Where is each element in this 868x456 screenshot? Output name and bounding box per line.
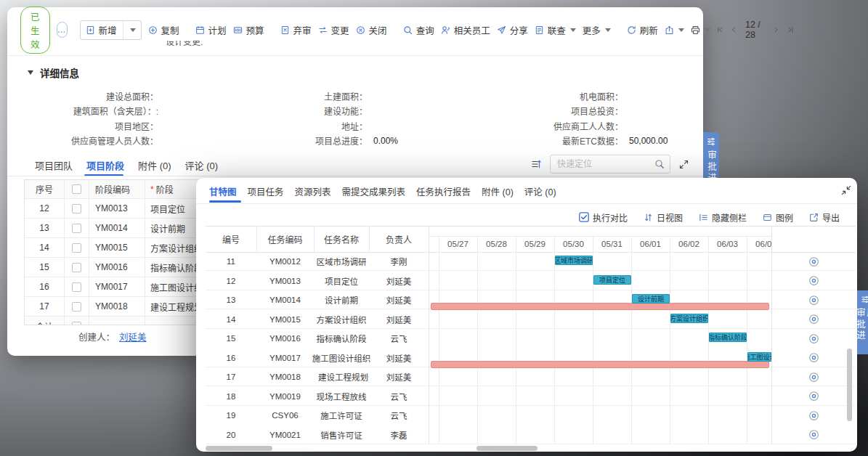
budget-button[interactable]: 预算 (233, 23, 264, 37)
compare-toggle[interactable]: 执行对比 (579, 211, 628, 224)
tab-comments[interactable]: 评论 (0) (185, 158, 219, 172)
joint-query-button[interactable]: 联查 (535, 23, 576, 37)
gantt-task-bar[interactable]: 设计前期 (632, 294, 670, 304)
copy-button[interactable]: 复制 (148, 23, 179, 37)
gantt-actual-bar[interactable] (431, 303, 769, 310)
gantt-date-label: 05/28 (477, 236, 516, 252)
gantt-task-bar[interactable]: 项目定位 (593, 275, 631, 285)
refresh-button[interactable]: 刷新 (627, 23, 658, 37)
chevron-down-icon[interactable] (130, 28, 136, 32)
share-button[interactable]: 分享 (497, 23, 528, 37)
task-row[interactable]: 16YM0017施工图设计组织刘延美 (206, 349, 429, 368)
export-button[interactable]: 导出 (809, 211, 840, 224)
tab-attachments[interactable]: 附件 (0) (138, 158, 171, 172)
print-button[interactable] (691, 25, 710, 35)
task-row[interactable]: 20YM0021销售许可证李磊 (206, 426, 429, 445)
query-button[interactable]: 查询 (403, 23, 434, 37)
more-button[interactable]: 更多 (583, 23, 611, 37)
gantt-task-bar[interactable]: 施工图设计组织 (747, 352, 771, 362)
prev-record-icon[interactable] (731, 25, 737, 34)
plan-button[interactable]: 计划 (195, 23, 227, 37)
view-row-button[interactable] (771, 367, 856, 387)
view-row-button[interactable] (771, 290, 856, 310)
cell-checkbox[interactable] (65, 238, 89, 257)
display-order-icon[interactable] (531, 159, 541, 169)
task-row[interactable]: 17YM0018建设工程规划许可证刘延美 (206, 367, 429, 387)
related-staff-label: 相关员工 (454, 23, 490, 37)
view-row-button[interactable] (771, 406, 856, 426)
close-button[interactable]: 关闭 (356, 23, 387, 37)
detail-section-header[interactable]: 详细信息 (28, 65, 79, 80)
copy-icon (148, 25, 158, 35)
collapse-icon[interactable] (841, 185, 851, 195)
tab-comments[interactable]: 评论 (0) (524, 184, 556, 198)
cell-checkbox (65, 317, 89, 325)
view-row-button[interactable] (771, 387, 856, 407)
sliders-icon (707, 137, 715, 146)
tab-gantt[interactable]: 甘特图 (209, 184, 237, 198)
legend-button[interactable]: 图例 (763, 211, 793, 224)
cell-owner: 刘延美 (369, 294, 429, 306)
export-button[interactable] (665, 25, 684, 35)
tab-task-report[interactable]: 任务执行报告 (416, 184, 471, 198)
cell-checkbox[interactable] (65, 297, 89, 316)
tab-project-stage[interactable]: 项目阶段 (86, 158, 124, 172)
next-record-icon[interactable] (773, 25, 779, 34)
view-row-button[interactable] (771, 272, 856, 291)
view-row-button[interactable] (771, 310, 856, 330)
cell-checkbox[interactable] (65, 258, 89, 277)
view-row-button[interactable] (771, 426, 856, 445)
add-new-button[interactable]: 新增 (80, 20, 142, 40)
view-row-button[interactable] (771, 329, 856, 349)
chart-horizontal-scrollbar[interactable] (476, 446, 538, 451)
checkbox-checked-icon[interactable] (579, 212, 589, 222)
approval-progress-tab[interactable]: 审批进度 (857, 290, 868, 354)
task-row[interactable]: 15YM0016指标确认阶段云飞 (206, 329, 429, 349)
last-record-icon[interactable] (787, 25, 794, 34)
view-row-button[interactable] (771, 349, 856, 368)
cell-checkbox[interactable] (65, 199, 89, 218)
discard-approval-button[interactable]: 弃审 (280, 23, 312, 37)
creator-link[interactable]: 刘延美 (119, 330, 147, 343)
view-row-button[interactable] (771, 252, 856, 272)
expand-icon[interactable] (679, 160, 689, 169)
checkbox[interactable] (72, 243, 81, 253)
task-row[interactable]: 12YM0013项目定位刘延美 (206, 272, 429, 291)
checkbox[interactable] (72, 263, 81, 272)
more-status-button[interactable]: … (57, 22, 68, 38)
checkbox[interactable] (72, 204, 81, 213)
search-icon[interactable] (654, 159, 665, 169)
table-horizontal-scrollbar[interactable] (206, 446, 272, 451)
change-button[interactable]: 变更 (318, 23, 349, 37)
tab-project-tasks[interactable]: 项目任务 (248, 184, 284, 198)
cell-checkbox[interactable] (65, 277, 89, 296)
checkbox[interactable] (72, 302, 81, 312)
tab-resource-list[interactable]: 资源列表 (295, 184, 331, 198)
tab-project-team[interactable]: 项目团队 (35, 158, 73, 172)
checkbox[interactable] (72, 224, 81, 233)
legend-icon (763, 213, 772, 222)
related-staff-button[interactable]: 相关员工 (441, 23, 490, 37)
task-row[interactable]: 19CSY06施工许可证云飞 (206, 406, 429, 426)
day-view-button[interactable]: 日视图 (644, 211, 683, 224)
hide-sidebar-button[interactable]: 隐藏侧栏 (699, 211, 747, 224)
vertical-scrollbar[interactable] (847, 349, 852, 421)
tab-attachments[interactable]: 附件 (0) (482, 184, 514, 198)
task-row[interactable]: 18YM0019现场工程放线云飞 (206, 387, 429, 407)
gantt-actual-bar[interactable] (431, 361, 769, 368)
gantt-task-bar[interactable]: 方案设计组织 (670, 314, 708, 323)
gantt-task-bar[interactable]: 区域市场调研 (555, 256, 593, 265)
cell-checkbox[interactable] (65, 219, 89, 237)
cell-code: YM0018 (256, 372, 314, 381)
tab-deliverables-list[interactable]: 需提交成果列表 (342, 184, 406, 198)
quick-locate-input[interactable] (557, 159, 654, 169)
task-row[interactable]: 13YM0014设计前期刘延美 (206, 290, 429, 310)
task-row[interactable]: 14YM0015方案设计组织刘延美 (206, 310, 429, 330)
header-checkbox[interactable] (65, 180, 89, 198)
gantt-task-bar[interactable]: 指标确认阶段 (709, 333, 747, 342)
task-row[interactable]: 11YM0012区域市场调研李刚 (206, 252, 429, 272)
hide-sidebar-label: 隐藏侧栏 (712, 211, 747, 224)
first-record-icon[interactable] (717, 25, 723, 34)
checkbox[interactable] (72, 184, 81, 194)
checkbox[interactable] (72, 282, 81, 292)
